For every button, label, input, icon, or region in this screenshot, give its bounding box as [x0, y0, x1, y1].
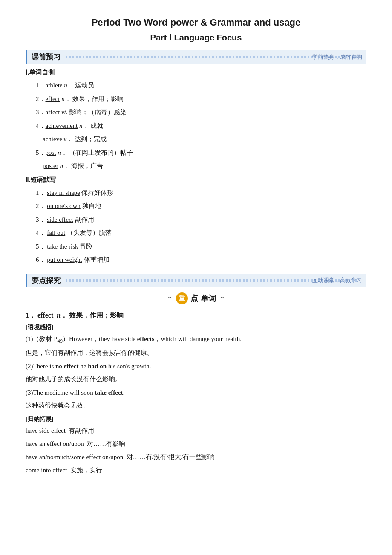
word-item-5: 5．post n． （在网上发布的）帖子 [36, 147, 366, 159]
phrase-item-6: 6． put on weight 体重增加 [36, 254, 366, 266]
example-1: (1)（教材 P49）However，they have side effect… [26, 333, 366, 346]
key-header-right: 互动课堂，高效学习 [312, 277, 362, 284]
banner-words-text: 单词 [201, 293, 216, 304]
entry-title-1: 1． effect n． 效果，作用；影响 [26, 311, 366, 320]
phrase-5: take the risk [47, 243, 78, 250]
phrase-1: stay in shape [47, 189, 80, 196]
expand-label: [归纳拓展] [26, 416, 366, 423]
word-2: effect [46, 95, 60, 102]
phrase-item-5: 5． take the risk 冒险 [36, 241, 366, 252]
word-item-1: 1．athlete n． 运动员 [36, 80, 366, 91]
phrase-item-4: 4． fall out （头发等）脱落 [36, 228, 366, 239]
word-item-3: 3．affect vt. 影响；（病毒）感染 [36, 107, 366, 118]
context-label: [语境感悟] [26, 324, 366, 331]
subsection1-title: Ⅰ.单词自测 [26, 69, 366, 77]
example-3-zh: 这种药很快就会见效。 [26, 400, 366, 411]
word-1: athlete [46, 82, 63, 89]
phrase-item-1: 1． stay in shape 保持好体形 [36, 188, 366, 199]
preview-header-right: 学前热身，成竹在胸 [312, 53, 362, 61]
key-words-banner: ·· 重 点 单词 ·· [26, 292, 366, 304]
word-item-2: 2．effect n． 效果，作用；影响 [36, 94, 366, 105]
phrase-2: on one's own [47, 202, 81, 209]
phrase-3: side effect [47, 216, 73, 223]
phrase-6: put on weight [47, 256, 82, 263]
expand-4: come into effect 实施，实行 [26, 465, 366, 476]
expand-2: have an effect on/upon 对……有影响 [26, 438, 366, 450]
example-1-zh: 但是，它们有副作用，这将会损害你的健康。 [26, 347, 366, 358]
key-section-header: 要点探究 互动课堂，高效学习 [26, 274, 366, 287]
example-2-zh: 他对他儿子的成长没有什么影响。 [26, 373, 366, 385]
entry-word: effect [37, 312, 53, 319]
banner-key-text: 点 [190, 293, 198, 304]
word-5: post [46, 149, 56, 156]
word-item-4b: achieve v． 达到；完成 [43, 134, 366, 145]
phrase-item-3: 3． side effect 副作用 [36, 214, 366, 225]
word-3: affect [46, 109, 60, 116]
expand-1: have side effect 有副作用 [26, 425, 366, 436]
word-item-4: 4．achievement n． 成就 [36, 121, 366, 132]
word-item-5b: poster n． 海报，广告 [43, 161, 366, 172]
example-2: (2)There is no effect he had on his son'… [26, 361, 366, 372]
word-5b: poster [43, 162, 58, 169]
key-section-title: 要点探究 [32, 276, 61, 286]
banner-key-circle: 重 [176, 292, 188, 304]
subsection2-title: Ⅱ.短语默写 [26, 176, 366, 184]
phrase-item-2: 2． on one's own 独自地 [36, 201, 366, 212]
key-entry-1: 1． effect n． 效果，作用；影响 [语境感悟] (1)（教材 P49）… [26, 311, 366, 477]
word-4b: achieve [43, 136, 62, 142]
banner-dots-right: ·· [220, 294, 224, 303]
preview-section-title: 课前预习 [32, 52, 61, 62]
example-3: (3)The medicine will soon take effect. [26, 387, 366, 399]
phrase-4: fall out [47, 229, 65, 236]
banner-dots-left: ·· [168, 294, 172, 303]
word-4: achievement [46, 122, 78, 129]
page-subtitle: Part Ⅰ Language Focus [26, 32, 366, 43]
page-title: Period Two Word power & Grammar and usag… [26, 17, 366, 28]
expand-3: have an/no/much/some effect on/upon 对……有… [26, 451, 366, 463]
preview-section-header: 课前预习 学前热身，成竹在胸 [26, 50, 366, 64]
